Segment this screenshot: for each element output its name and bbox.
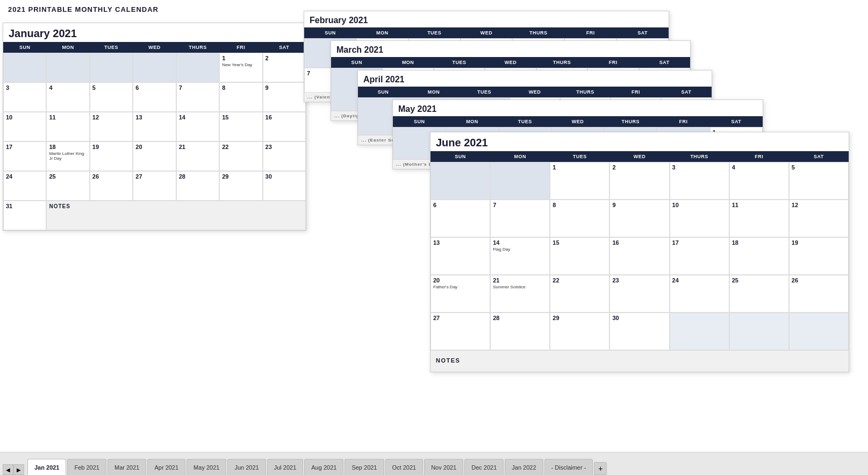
table-row: 9 <box>609 200 669 237</box>
table-row: 2 <box>609 162 669 200</box>
table-row: 1 New Year's Day <box>219 53 262 82</box>
table-row: 16 <box>609 237 669 275</box>
table-row: 6 <box>133 82 176 112</box>
table-row: 16 <box>263 112 306 141</box>
table-row: 9 <box>263 82 306 112</box>
table-row <box>670 313 729 350</box>
tab-jul-2021[interactable]: Jul 2021 <box>267 459 304 475</box>
table-row: 24 <box>670 275 729 313</box>
tab-prev-button[interactable]: ◀ <box>3 464 13 475</box>
table-row: 7 <box>490 200 550 237</box>
may-header: SUN MON TUES WED THURS FRI SAT <box>393 116 763 127</box>
table-row: 15 <box>550 237 609 275</box>
table-row: 30 <box>263 171 306 201</box>
tab-may-2021[interactable]: May 2021 <box>186 459 226 475</box>
tab-nov-2021[interactable]: Nov 2021 <box>424 459 463 475</box>
tab-next-button[interactable]: ▶ <box>13 464 24 475</box>
table-row: 28 <box>490 313 550 350</box>
mar-header: SUN MON TUES WED THURS FRI SAT <box>331 57 690 68</box>
table-row: 12 <box>789 200 849 237</box>
table-row: 10 <box>3 112 46 141</box>
jan-title: January 2021 <box>3 23 306 42</box>
jan-hdr-sun: SUN <box>3 42 46 53</box>
jun-header: SUN MON TUES WED THURS FRI SAT <box>431 151 849 162</box>
tab-jun-2021[interactable]: Jun 2021 <box>227 459 266 475</box>
feb-header: SUN MON TUES WED THURS FRI SAT <box>304 27 669 38</box>
table-row: 21 Summer Solstice <box>490 275 550 313</box>
feb-title: February 2021 <box>304 11 669 27</box>
jan-hdr-sat: SAT <box>263 42 306 53</box>
table-row: 24 <box>3 171 46 201</box>
table-row: 15 <box>219 112 262 141</box>
mar-title: March 2021 <box>331 41 690 57</box>
tab-jan-2022[interactable]: Jan 2022 <box>505 459 543 475</box>
table-row <box>729 313 789 350</box>
tab-bar: ◀ ▶ Jan 2021 Feb 2021 Mar 2021 Apr 2021 … <box>0 452 868 475</box>
tab-add-button[interactable]: + <box>594 462 607 475</box>
january-calendar: January 2021 SUN MON TUES WED THURS FRI … <box>3 23 306 231</box>
table-row: 27 <box>431 313 490 350</box>
table-row: 23 <box>609 275 669 313</box>
table-row: 22 <box>550 275 609 313</box>
table-row: 14 Flag Day <box>490 237 550 275</box>
jan-hdr-tues: TUES <box>90 42 133 53</box>
tab-apr-2021[interactable]: Apr 2021 <box>147 459 185 475</box>
table-row: 31 <box>3 201 46 230</box>
tab-feb-2021[interactable]: Feb 2021 <box>67 459 106 475</box>
table-row <box>431 162 490 200</box>
table-row: 11 <box>729 200 789 237</box>
table-row: 3 <box>670 162 729 200</box>
jan-hdr-wed: WED <box>133 42 176 53</box>
tab-aug-2021[interactable]: Aug 2021 <box>304 459 343 475</box>
table-row: 8 <box>550 200 609 237</box>
table-row: 12 <box>90 112 133 141</box>
table-row: 1 <box>550 162 609 200</box>
table-row: 25 <box>46 171 89 201</box>
table-row: 4 <box>46 82 89 112</box>
table-row: 10 <box>670 200 729 237</box>
table-row <box>176 53 219 82</box>
table-row: 20 <box>133 141 176 171</box>
jan-notes-cell: NOTES <box>46 201 306 230</box>
table-row: 13 <box>133 112 176 141</box>
table-row: 22 <box>219 141 262 171</box>
table-row: 18 <box>729 237 789 275</box>
jan-grid: 1 New Year's Day 2 3 4 5 6 7 8 9 10 11 1… <box>3 53 306 230</box>
table-row: 5 <box>90 82 133 112</box>
tab-disclaimer[interactable]: - Disclaimer - <box>544 459 593 475</box>
jan-header: SUN MON TUES WED THURS FRI SAT <box>3 42 306 53</box>
main-area: 2021 PRINTABLE MONTHLY CALENDAR January … <box>0 0 868 452</box>
table-row: 4 <box>729 162 789 200</box>
table-row: 18 Martin Luther King Jr Day <box>46 141 89 171</box>
table-row <box>490 162 550 200</box>
may-title: May 2021 <box>393 100 763 116</box>
table-row: 19 <box>90 141 133 171</box>
tab-dec-2021[interactable]: Dec 2021 <box>464 459 504 475</box>
tab-nav-left[interactable]: ◀ ▶ <box>3 464 24 475</box>
june-calendar: June 2021 SUN MON TUES WED THURS FRI SAT… <box>430 132 849 372</box>
table-row <box>3 53 46 82</box>
jun-grid: 1 2 3 4 5 6 7 8 9 10 11 12 13 14 Flag Da… <box>431 162 849 350</box>
table-row: 13 <box>431 237 490 275</box>
table-row: 2 <box>263 53 306 82</box>
table-row: 6 <box>431 200 490 237</box>
table-row: 17 <box>670 237 729 275</box>
table-row: 14 <box>176 112 219 141</box>
table-row: 11 <box>46 112 89 141</box>
table-row: 26 <box>90 171 133 201</box>
table-row: 3 <box>3 82 46 112</box>
jun-notes-row: NOTES <box>431 350 849 372</box>
table-row: 29 <box>219 171 262 201</box>
tab-jan-2021[interactable]: Jan 2021 <box>27 459 66 475</box>
jan-hdr-thurs: THURS <box>176 42 219 53</box>
tab-sep-2021[interactable]: Sep 2021 <box>345 459 384 475</box>
tab-mar-2021[interactable]: Mar 2021 <box>107 459 146 475</box>
table-row: 7 <box>176 82 219 112</box>
table-row: 29 <box>550 313 609 350</box>
table-row <box>133 53 176 82</box>
table-row: 25 <box>729 275 789 313</box>
table-row <box>789 313 849 350</box>
tab-oct-2021[interactable]: Oct 2021 <box>385 459 424 475</box>
table-row: 27 <box>133 171 176 201</box>
apr-title: April 2021 <box>358 70 712 87</box>
